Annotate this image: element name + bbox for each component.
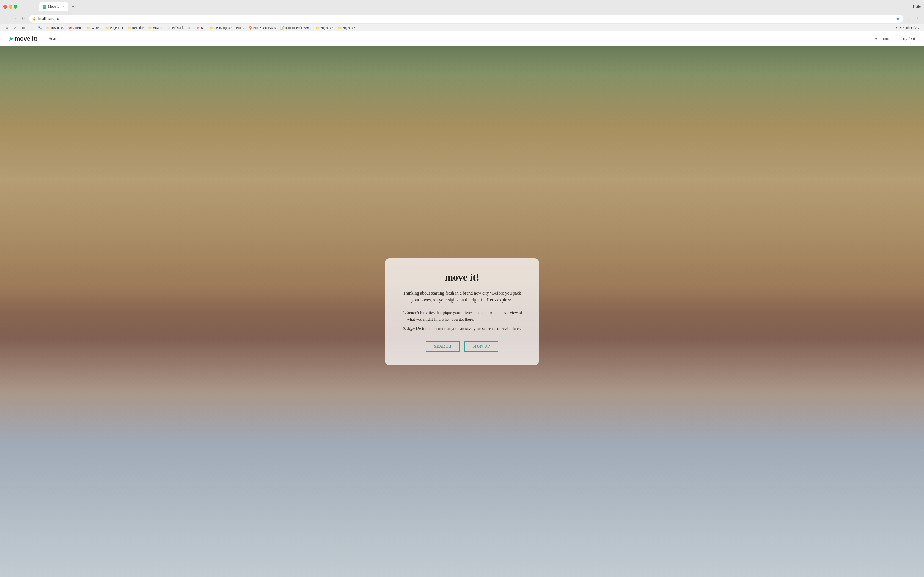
browser-tab-bar: M Move It! ✕ + xyxy=(36,2,80,11)
bookmark-b6-label: B... xyxy=(201,26,205,29)
maximize-window-button[interactable] xyxy=(14,5,17,8)
bookmark-fullstack[interactable]: ⚛ Fullstack React xyxy=(166,25,193,30)
url-display: localhost:3000 xyxy=(38,16,895,21)
reload-button[interactable]: ↻ xyxy=(20,15,27,22)
nav-search-link[interactable]: Search xyxy=(48,36,61,41)
bookmark-remember[interactable]: 📝 Remember the $86... xyxy=(279,25,313,30)
github-icon: 🐙 xyxy=(68,26,72,30)
readable-icon: 📁 xyxy=(127,26,131,30)
minimize-window-button[interactable] xyxy=(8,5,12,8)
tab-close-button[interactable]: ✕ xyxy=(62,5,65,8)
logo-text: move it! xyxy=(15,35,38,42)
howto-icon: 📁 xyxy=(148,26,152,30)
project4-icon: 📁 xyxy=(105,26,109,30)
other-bookmarks[interactable]: Other Bookmarks › xyxy=(893,26,921,30)
bookmark-codewars-label: Home | Codewars xyxy=(253,26,276,29)
security-icon: 🔒 xyxy=(32,17,36,21)
nav-logout-link[interactable]: Log Out xyxy=(900,36,915,41)
bookmark-wdi51-label: WDI51 xyxy=(92,26,101,29)
traffic-lights xyxy=(3,5,17,8)
resources-icon: 📁 xyxy=(46,26,50,30)
tab-favicon: M xyxy=(43,5,47,8)
bookmark-gdrive[interactable]: △ xyxy=(11,25,19,30)
bookmark-wdi51[interactable]: 📁 WDI51 xyxy=(85,25,103,30)
bookmark-js30[interactable]: 📁 JavaScript 30 — Buil... xyxy=(208,25,246,30)
bookmark-resources[interactable]: 📁 Resources xyxy=(45,25,65,30)
step1-bold: Search xyxy=(407,310,419,314)
hero-buttons: SEARCH SIGN UP xyxy=(402,341,522,352)
hero-steps-list: Search for cities that pique your intere… xyxy=(402,309,522,332)
gdrive-icon: △ xyxy=(13,26,17,30)
browser-action-buttons: ⤓ ⋮ xyxy=(905,15,921,22)
signup-button[interactable]: SIGN UP xyxy=(464,341,498,352)
b6-icon: B xyxy=(196,26,200,30)
hero-content: move it! Thinking about starting fresh i… xyxy=(0,47,924,577)
forward-button[interactable]: › xyxy=(11,15,19,22)
app-navbar: ➤ move it! Search Account Log Out xyxy=(0,31,924,47)
other-bookmarks-label: Other Bookmarks xyxy=(895,26,917,29)
browser-chrome: M Move It! ✕ + Katie ‹ › ↻ 🔒 localhost:3… xyxy=(0,0,924,31)
bookmark-b6[interactable]: B B... xyxy=(194,25,207,30)
address-bar[interactable]: 🔒 localhost:3000 ★ xyxy=(29,15,903,23)
bookmark-project4[interactable]: 📁 Project #4 xyxy=(104,25,124,30)
gcal-icon: ▦ xyxy=(21,26,25,30)
tab-title: Move It! xyxy=(48,5,60,9)
bookmark-js30-label: JavaScript 30 — Buil... xyxy=(215,26,244,29)
bookmark-github-label: GitHub xyxy=(73,26,82,29)
back-button[interactable]: ‹ xyxy=(3,15,10,22)
other-bookmarks-chevron-icon: › xyxy=(918,26,919,29)
step2-bold: Sign Up xyxy=(407,326,421,331)
wdi51-icon: 📁 xyxy=(87,26,91,30)
hero-description: Thinking about starting fresh in a brand… xyxy=(402,290,522,304)
hero-modal-card: move it! Thinking about starting fresh i… xyxy=(385,258,539,366)
browser-titlebar: M Move It! ✕ + Katie xyxy=(0,0,924,13)
project3-icon: 📁 xyxy=(338,26,342,30)
b5-icon: 🐾 xyxy=(38,26,42,30)
bookmark-star-icon[interactable]: ★ xyxy=(896,16,900,21)
bookmark-fullstack-label: Fullstack React xyxy=(172,26,192,29)
bookmark-codewars[interactable]: 🏠 Home | Codewars xyxy=(247,25,278,30)
bookmark-b4[interactable]: B xyxy=(28,25,35,30)
gmail-icon: ✉ xyxy=(5,26,9,30)
app-logo[interactable]: ➤ move it! xyxy=(9,35,38,42)
browser-user: Katie xyxy=(913,5,921,9)
bookmark-project3-label: Project #3 xyxy=(342,26,355,29)
bookmark-howto-label: How To xyxy=(153,26,163,29)
browser-action-btn-2[interactable]: ⋮ xyxy=(914,15,921,22)
step2-text: for an account so you can save your sear… xyxy=(421,326,521,331)
bookmark-project2[interactable]: 📁 Project #2 xyxy=(314,25,335,30)
bookmarks-bar: ✉ △ ▦ B 🐾 📁 Resources 🐙 GitHub 📁 WDI51 📁… xyxy=(0,24,924,31)
hero-step-1: Search for cities that pique your intere… xyxy=(407,309,522,323)
logo-arrow-icon: ➤ xyxy=(9,35,13,42)
step1-text: for cities that pique your interest and … xyxy=(407,310,522,322)
hero-section: move it! Thinking about starting fresh i… xyxy=(0,47,924,577)
bookmark-project3[interactable]: 📁 Project #3 xyxy=(336,25,357,30)
fullstack-icon: ⚛ xyxy=(168,26,171,30)
browser-tab[interactable]: M Move It! ✕ xyxy=(39,2,68,11)
bookmark-github[interactable]: 🐙 GitHub xyxy=(66,25,84,30)
browser-action-btn-1[interactable]: ⤓ xyxy=(905,15,913,22)
hero-description-bold: Let's explore! xyxy=(487,298,513,302)
js30-icon: 📁 xyxy=(210,26,214,30)
close-window-button[interactable] xyxy=(3,5,7,8)
bookmark-howto[interactable]: 📁 How To xyxy=(147,25,165,30)
bookmark-readable-label: Readable xyxy=(132,26,144,29)
hero-step-2: Sign Up for an account so you can save y… xyxy=(407,325,522,332)
bookmark-remember-label: Remember the $86... xyxy=(285,26,311,29)
new-tab-button[interactable]: + xyxy=(69,3,77,10)
codewars-icon: 🏠 xyxy=(249,26,252,30)
browser-addressbar: ‹ › ↻ 🔒 localhost:3000 ★ ⤓ ⋮ xyxy=(0,13,924,24)
nav-account-link[interactable]: Account xyxy=(874,36,889,41)
project2-icon: 📁 xyxy=(316,26,320,30)
b4-icon: B xyxy=(30,26,34,30)
bookmark-b5[interactable]: 🐾 xyxy=(36,25,44,30)
bookmark-gmail[interactable]: ✉ xyxy=(3,25,10,30)
bookmark-gcal[interactable]: ▦ xyxy=(20,25,27,30)
bookmark-resources-label: Resources xyxy=(51,26,64,29)
search-button[interactable]: SEARCH xyxy=(426,341,460,352)
bookmark-project2-label: Project #2 xyxy=(320,26,333,29)
bookmark-project4-label: Project #4 xyxy=(110,26,123,29)
bookmark-readable[interactable]: 📁 Readable xyxy=(126,25,145,30)
browser-nav-buttons: ‹ › ↻ xyxy=(3,15,27,22)
hero-title: move it! xyxy=(402,271,522,283)
